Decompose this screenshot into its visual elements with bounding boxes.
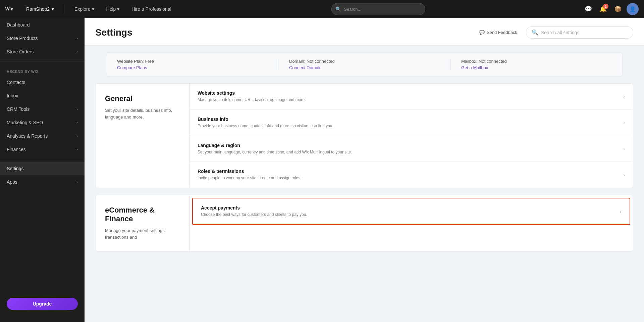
search-icon: 🔍 <box>335 6 341 12</box>
domain-section: Domain: Not connected Connect Domain <box>278 59 439 70</box>
ecommerce-section-left: eCommerce & Finance Manage your payment … <box>96 195 190 251</box>
ecommerce-section-card: eCommerce & Finance Manage your payment … <box>95 195 633 251</box>
content-area: Settings 💬 Send Feedback 🔍 Website Plan:… <box>85 18 644 322</box>
general-section-card: General Set your site details, business … <box>95 83 633 188</box>
general-section-left: General Set your site details, business … <box>96 84 190 188</box>
explore-label: Explore <box>74 6 90 12</box>
sidebar-item-marketing-seo[interactable]: Marketing & SEO › <box>0 116 85 129</box>
mailbox-label: Mailbox: Not connected <box>461 59 611 64</box>
chevron-right-icon: › <box>623 172 625 178</box>
business-info-item[interactable]: Business info Provide your business name… <box>190 110 633 136</box>
sidebar-item-finances[interactable]: Finances › <box>0 143 85 156</box>
header-right: 💬 Send Feedback 🔍 <box>476 26 633 39</box>
sidebar-item-apps[interactable]: Apps › <box>0 175 85 189</box>
upgrade-icon: 📦 <box>614 5 622 13</box>
item-title: Website settings <box>198 90 618 96</box>
item-description: Set your main language, currency and tim… <box>198 149 618 155</box>
avatar[interactable]: 👤 <box>627 3 639 15</box>
nav-search-area: 🔍 <box>180 3 577 15</box>
nav-search-input[interactable] <box>331 3 425 15</box>
accept-payments-item[interactable]: Accept payments Choose the best ways for… <box>192 198 630 225</box>
sidebar-item-contacts[interactable]: Contacts <box>0 76 85 89</box>
page-title: Settings <box>95 27 132 38</box>
item-description: Invite people to work on your site, crea… <box>198 175 618 181</box>
search-icon: 🔍 <box>532 29 538 36</box>
sidebar-divider-2 <box>0 159 85 159</box>
nav-actions: 💬 🔔 1 📦 👤 <box>582 3 639 15</box>
hire-professional-button[interactable]: Hire a Professional <box>128 4 174 14</box>
settings-header: Settings 💬 Send Feedback 🔍 <box>85 18 644 46</box>
sidebar-item-inbox[interactable]: Inbox <box>0 89 85 102</box>
help-button[interactable]: Help ▾ <box>103 4 123 14</box>
general-section-items: Website settings Manage your site's name… <box>190 84 633 188</box>
avatar-initials: 👤 <box>629 6 636 12</box>
wix-logo[interactable]: Wix <box>5 3 17 15</box>
upgrade-button[interactable]: Upgrade <box>7 298 78 310</box>
explore-button[interactable]: Explore ▾ <box>71 4 97 14</box>
item-description: Provide your business name, contact info… <box>198 123 618 129</box>
chat-icon: 💬 <box>585 5 592 13</box>
search-settings-bar: 🔍 <box>526 26 633 39</box>
sidebar-item-dashboard[interactable]: Dashboard <box>0 18 85 32</box>
item-description: Manage your site's name, URL, favicon, o… <box>198 97 618 103</box>
item-title: Accept payments <box>201 205 614 211</box>
chevron-right-icon: › <box>76 120 78 125</box>
chevron-down-icon: ▾ <box>92 6 94 12</box>
help-label: Help <box>106 6 116 12</box>
ecommerce-section-description: Manage your payment settings, transactio… <box>105 227 180 240</box>
ecommerce-section-items: Accept payments Choose the best ways for… <box>190 195 633 251</box>
website-plan-label: Website Plan: Free <box>117 59 267 64</box>
notifications-button[interactable]: 🔔 1 <box>597 3 609 15</box>
sidebar-item-label: Marketing & SEO <box>7 120 43 125</box>
sidebar-item-settings[interactable]: Settings <box>0 162 85 175</box>
language-region-item[interactable]: Language & region Set your main language… <box>190 136 633 162</box>
sidebar-item-analytics-reports[interactable]: Analytics & Reports › <box>0 129 85 143</box>
notification-badge: 1 <box>603 4 608 9</box>
chevron-right-icon: › <box>623 146 625 151</box>
item-title: Roles & permissions <box>198 169 618 174</box>
sidebar-item-label: CRM Tools <box>7 106 30 112</box>
settings-content: Website Plan: Free Compare Plans Domain:… <box>85 52 644 269</box>
chevron-right-icon: › <box>623 120 625 125</box>
upgrades-button[interactable]: 📦 <box>612 3 624 15</box>
sidebar-item-label: Contacts <box>7 80 25 85</box>
plan-banner: Website Plan: Free Compare Plans Domain:… <box>106 52 623 77</box>
top-navigation: Wix RamShop2 ▾ Explore ▾ Help ▾ Hire a P… <box>0 0 644 18</box>
roles-permissions-item[interactable]: Roles & permissions Invite people to wor… <box>190 162 633 188</box>
hire-label: Hire a Professional <box>131 6 171 12</box>
sidebar-item-label: Finances <box>7 147 26 152</box>
chevron-right-icon: › <box>76 49 78 54</box>
sidebar-item-crm-tools[interactable]: CRM Tools › <box>0 102 85 116</box>
sidebar-divider <box>0 61 85 61</box>
feedback-label: Send Feedback <box>487 30 517 35</box>
chevron-right-icon: › <box>76 107 78 111</box>
sidebar-item-label: Settings <box>7 166 24 171</box>
chevron-right-icon: › <box>76 36 78 41</box>
sidebar-item-label: Store Orders <box>7 49 34 54</box>
mailbox-section: Mailbox: Not connected Get a Mailbox <box>450 59 611 70</box>
website-settings-item[interactable]: Website settings Manage your site's name… <box>190 84 633 110</box>
sidebar-item-label: Dashboard <box>7 22 30 28</box>
search-settings-input[interactable] <box>541 30 628 35</box>
chevron-right-icon: › <box>76 134 78 138</box>
sidebar-item-store-products[interactable]: Store Products › <box>0 32 85 45</box>
ecommerce-section-title: eCommerce & Finance <box>105 206 180 223</box>
connect-domain-link[interactable]: Connect Domain <box>289 65 439 70</box>
site-name-button[interactable]: RamShop2 ▾ <box>23 4 57 14</box>
general-section-title: General <box>105 94 180 103</box>
sidebar-item-store-orders[interactable]: Store Orders › <box>0 45 85 58</box>
chat-button[interactable]: 💬 <box>582 3 594 15</box>
compare-plans-link[interactable]: Compare Plans <box>117 65 267 70</box>
item-title: Language & region <box>198 143 618 148</box>
item-description: Choose the best ways for customers and c… <box>201 212 614 218</box>
chevron-right-icon: › <box>620 209 622 214</box>
site-name-label: RamShop2 <box>26 6 50 12</box>
send-feedback-button[interactable]: 💬 Send Feedback <box>476 28 521 37</box>
chevron-right-icon: › <box>76 180 78 184</box>
get-mailbox-link[interactable]: Get a Mailbox <box>461 65 611 70</box>
chevron-down-icon: ▾ <box>117 6 119 12</box>
sidebar-section-ascend: Ascend by Wix <box>0 64 85 76</box>
sidebar-item-label: Analytics & Reports <box>7 133 48 139</box>
sidebar-item-label: Apps <box>7 179 17 185</box>
chevron-right-icon: › <box>623 94 625 99</box>
